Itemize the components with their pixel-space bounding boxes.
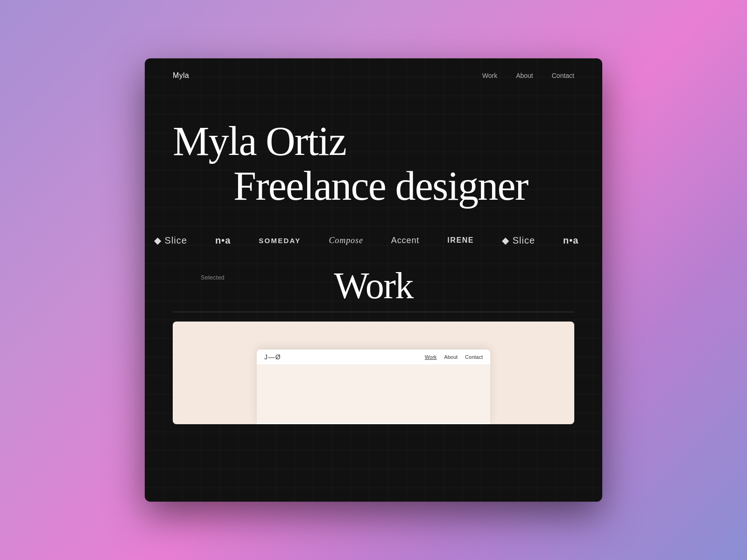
- ticker-item-4: Accent: [391, 236, 419, 245]
- ticker-track: ◆ Slice n•a SOMEDAY Compose Accent IRENE…: [145, 235, 602, 246]
- project-card-inner: J—Ø Work About Contact: [173, 322, 574, 424]
- mini-browser-logo: J—Ø: [264, 353, 281, 361]
- work-title: Work: [173, 265, 574, 307]
- ticker-item-7: n•a: [563, 235, 578, 246]
- mini-browser-link-work: Work: [425, 354, 437, 360]
- ticker-item-0: ◆ Slice: [154, 235, 187, 246]
- ticker-item-5: IRENE: [447, 236, 474, 245]
- mini-browser: J—Ø Work About Contact: [257, 350, 490, 424]
- navigation: Myla Work About Contact: [145, 58, 602, 93]
- work-divider: [173, 312, 574, 312]
- hero-name: Myla Ortiz: [173, 121, 574, 162]
- ticker-item-1: n•a: [215, 235, 231, 246]
- nav-link-about[interactable]: About: [516, 72, 533, 79]
- selected-label: Selected: [201, 274, 225, 281]
- mini-browser-content: [257, 365, 490, 423]
- mini-browser-link-contact: Contact: [465, 354, 483, 360]
- ticker-item-2: SOMEDAY: [259, 237, 301, 245]
- mini-browser-nav: J—Ø Work About Contact: [257, 350, 490, 365]
- ticker-item-3: Compose: [329, 236, 363, 245]
- work-header-wrapper: Selected Work: [173, 265, 574, 307]
- main-window: Myla Work About Contact Myla Ortiz Freel…: [145, 58, 602, 502]
- logo-ticker: ◆ Slice n•a SOMEDAY Compose Accent IRENE…: [145, 235, 602, 246]
- nav-link-contact[interactable]: Contact: [552, 72, 574, 79]
- nav-links: Work About Contact: [482, 72, 574, 79]
- project-card[interactable]: J—Ø Work About Contact: [173, 322, 574, 424]
- site-logo[interactable]: Myla: [173, 71, 189, 80]
- ticker-item-6: ◆ Slice: [502, 235, 535, 246]
- hero-section: Myla Ortiz Freelance designer: [145, 93, 602, 207]
- work-section: Selected Work: [145, 246, 602, 312]
- nav-link-work[interactable]: Work: [482, 72, 497, 79]
- hero-subtitle: Freelance designer: [233, 166, 574, 207]
- mini-browser-links: Work About Contact: [425, 354, 483, 360]
- mini-browser-link-about: About: [444, 354, 458, 360]
